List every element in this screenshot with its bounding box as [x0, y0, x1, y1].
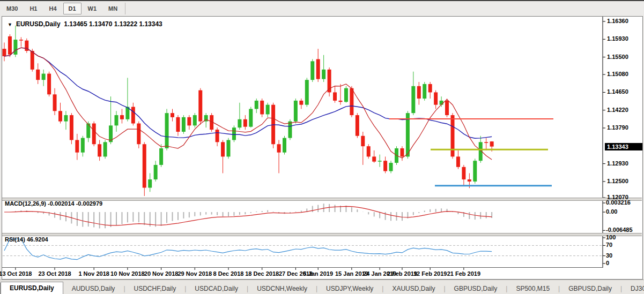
chart-tab-gbpusd-daily[interactable]: GBPUSD,Daily [446, 283, 506, 294]
price-tick-1.15080: 1.15080 [607, 71, 628, 77]
date-tick: 13 Oct 2018 [0, 270, 32, 277]
rsi-axis-70: 70 [606, 242, 612, 248]
price-tick-1.14650: 1.14650 [607, 88, 628, 95]
date-tick: 23 Oct 2018 [38, 270, 71, 277]
rsi-axis-100: 100 [606, 234, 616, 240]
date-tick: 1 Nov 2018 [78, 270, 109, 277]
date-tick: 8 Dec 2018 [213, 270, 244, 277]
chart-tab-audusd-daily[interactable]: AUDUSD,Daily [63, 283, 124, 294]
chart-tab-usdjpy-weekly[interactable]: USDJPY,Weekly [317, 283, 382, 294]
macd-axis-0.00: 0.00 [606, 208, 617, 215]
chart-tab-sp500-m15[interactable]: SP500,M15 [507, 283, 558, 294]
chart-symbol-label: EURUSD,Daily [16, 20, 61, 28]
date-tick: 12 Feb 2019 [413, 270, 447, 277]
rsi-label: RSI(14) 46.9204 [5, 236, 48, 243]
macd-axis-0.003216: 0.003216 [606, 199, 631, 206]
rsi-axis-0: 0 [606, 260, 609, 266]
chart-tab-xauusd-daily[interactable]: XAUUSD,Daily [383, 283, 443, 294]
price-tick-1.12930: 1.12930 [607, 160, 628, 167]
mt4-window: { "toolbar": { "timeframes": [ {"label":… [0, 0, 644, 294]
chart-tab-dj30-h4[interactable]: DJ30,H4 [622, 283, 644, 294]
price-tick-1.12500: 1.12500 [607, 178, 628, 184]
rsi-axis-30: 30 [606, 252, 612, 259]
price-tick-1.14220: 1.14220 [607, 107, 628, 113]
price-tick-1.13790: 1.13790 [607, 124, 628, 131]
price-tick-1.15500: 1.15500 [607, 54, 628, 60]
chart-tab-usdcad-daily[interactable]: USDCAD,Daily [186, 283, 247, 294]
macd-rsi-divider[interactable] [2, 233, 642, 236]
price-tick-1.16360: 1.16360 [607, 18, 628, 24]
date-tick: 18 Dec 2018 [245, 270, 279, 277]
chart-tab-bar: EURUSD,DailyAUDUSD,Daily|USDCHF,Daily|US… [0, 280, 644, 294]
date-tick: 29 Nov 2018 [177, 270, 212, 277]
macd-label: MACD(12,26,9) -0.002014 -0.002979 [5, 200, 102, 207]
macd-axis--0.006485: -0.006485 [606, 227, 633, 233]
date-tick: 2 Feb 2019 [387, 270, 417, 277]
chart-tab-gbpusd-daily[interactable]: GBPUSD,Daily [560, 283, 620, 294]
date-tick: 10 Nov 2018 [110, 270, 145, 277]
chart-tab-usdcnh-weekly[interactable]: USDCNH,Weekly [248, 283, 316, 294]
chart-tab-usdchf-daily[interactable]: USDCHF,Daily [125, 283, 185, 294]
chart-graphics[interactable] [0, 0, 644, 294]
date-tick: 21 Feb 2019 [447, 270, 480, 277]
chart-tab-eurusd-daily[interactable]: EURUSD,Daily [1, 282, 63, 294]
current-price-badge: 1.13343 [605, 143, 642, 150]
date-tick: 5 Jan 2019 [303, 270, 333, 277]
chart-title: ▼EURUSD,Daily 1.13465 1.13470 1.13222 1.… [8, 20, 162, 28]
price-tick-1.15930: 1.15930 [607, 35, 628, 42]
chart-tabs: EURUSD,DailyAUDUSD,Daily|USDCHF,Daily|US… [1, 282, 644, 294]
date-tick: 20 Nov 2018 [144, 270, 179, 277]
chart-ohlc-values: 1.13465 1.13470 1.13222 1.13343 [64, 20, 162, 28]
chart-menu-dropdown-icon[interactable]: ▼ [8, 22, 12, 27]
